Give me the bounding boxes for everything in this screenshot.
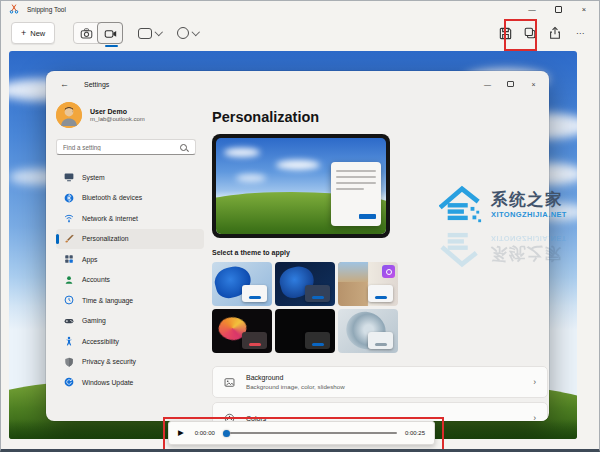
watermark: 系统之家 XITONGZHIJIA.NET 系统之家 XITONGZHIJIA.… xyxy=(439,184,600,269)
image-icon xyxy=(224,377,235,388)
theme-grid xyxy=(212,262,549,353)
theme-tile-abstract-dark xyxy=(212,309,272,353)
bluetooth-icon xyxy=(64,193,74,203)
theme-preview-screen xyxy=(216,138,386,234)
maximize-button[interactable] xyxy=(545,1,571,17)
sidebar-item-label: Accessibility xyxy=(82,338,119,345)
preview-dialog-button xyxy=(359,214,376,219)
wifi-icon xyxy=(64,213,74,223)
chevron-right-icon: › xyxy=(533,413,536,421)
share-icon xyxy=(548,26,562,40)
background-row: Background Background image, color, slid… xyxy=(212,366,548,398)
sidebar-item-label: System xyxy=(82,174,105,181)
sidebar-item-personalization: Personalization xyxy=(56,229,204,250)
settings-search-box xyxy=(56,139,196,155)
shape-mode-dropdown[interactable] xyxy=(138,28,162,39)
accessibility-icon xyxy=(64,336,74,346)
settings-title: Settings xyxy=(84,81,109,88)
sidebar-item-label: Time & language xyxy=(82,297,133,304)
row-subtitle: Background image, color, slideshow xyxy=(246,383,345,390)
close-button[interactable]: × xyxy=(571,1,597,17)
sidebar-item-accounts: Accounts xyxy=(56,270,204,291)
sidebar-item-label: Apps xyxy=(82,256,98,263)
chevron-down-icon xyxy=(192,28,200,36)
snipping-tool-window: Snipping Tool — × + New xyxy=(0,0,600,452)
sidebar-item-label: Privacy & security xyxy=(82,358,136,365)
sidebar-item-gaming: Gaming xyxy=(56,311,204,332)
video-camera-icon xyxy=(104,27,117,40)
theme-tile-flow-light xyxy=(338,309,398,353)
chevron-down-icon xyxy=(155,28,163,36)
sidebar-item-label: Personalization xyxy=(82,235,128,242)
sidebar-item-label: Network & internet xyxy=(82,215,138,222)
settings-close-button: × xyxy=(522,71,545,97)
timer-icon xyxy=(177,27,189,39)
theme-preview-monitor xyxy=(212,134,390,238)
settings-minimize-button: — xyxy=(476,71,499,97)
theme-tile-windows-dark xyxy=(275,262,335,306)
titlebar: Snipping Tool — × xyxy=(1,1,599,17)
more-icon: ⋯ xyxy=(576,29,584,38)
clock-icon xyxy=(64,295,74,305)
share-button[interactable] xyxy=(546,24,564,42)
update-icon xyxy=(64,377,74,387)
row-title: Background xyxy=(246,374,345,381)
settings-maximize-button xyxy=(499,71,522,97)
back-arrow-icon: ← xyxy=(60,79,69,89)
search-input xyxy=(57,143,180,152)
sidebar-item-time-language: Time & language xyxy=(56,290,204,311)
game-controller-icon xyxy=(64,316,74,326)
maximize-icon xyxy=(555,6,562,13)
watermark-logo-icon xyxy=(439,184,485,226)
sidebar-item-label: Bluetooth & devices xyxy=(82,194,142,201)
new-button[interactable]: + New xyxy=(11,22,55,44)
close-icon: × xyxy=(531,81,535,88)
watermark-reflection: 系统之家 XITONGZHIJIA.NET xyxy=(439,227,600,269)
snapshot-mode-button[interactable] xyxy=(74,23,98,43)
theme-tile-photo-collage xyxy=(338,262,398,306)
sidebar-item-privacy-security: Privacy & security xyxy=(56,352,204,373)
system-icon xyxy=(64,172,74,182)
sidebar-item-bluetooth-devices: Bluetooth & devices xyxy=(56,188,204,209)
user-email: m_lab@outlook.com xyxy=(90,116,145,122)
minimize-icon: — xyxy=(528,5,536,14)
camera-badge-icon xyxy=(382,265,395,278)
settings-nav: System Bluetooth & devices Network & int… xyxy=(56,167,208,393)
plus-icon: + xyxy=(21,29,26,38)
apps-icon xyxy=(64,254,74,264)
page-title: Personalization xyxy=(212,109,549,125)
more-options-button[interactable]: ⋯ xyxy=(571,24,589,42)
sidebar-item-windows-update: Windows Update xyxy=(56,372,204,393)
new-button-label: New xyxy=(30,29,45,38)
user-name: User Demo xyxy=(90,108,145,115)
accounts-icon xyxy=(64,275,74,285)
theme-tile-windows-light xyxy=(212,262,272,306)
sidebar-item-accessibility: Accessibility xyxy=(56,331,204,352)
sidebar-item-system: System xyxy=(56,167,204,188)
minimize-icon: — xyxy=(484,81,491,88)
user-card: User Demo m_lab@outlook.com xyxy=(56,102,208,128)
maximize-icon xyxy=(507,81,514,88)
minimize-button[interactable]: — xyxy=(519,1,545,17)
theme-tile-black xyxy=(275,309,335,353)
close-icon: × xyxy=(582,5,586,14)
delay-dropdown[interactable] xyxy=(177,27,199,39)
settings-sidebar: User Demo m_lab@outlook.com System xyxy=(46,97,208,421)
selected-mode-underline xyxy=(105,45,118,47)
personalization-icon xyxy=(64,234,74,244)
settings-titlebar: ← Settings — × xyxy=(46,71,549,97)
annotation-box-player xyxy=(163,417,444,452)
shield-icon xyxy=(64,357,74,367)
camera-icon xyxy=(80,27,93,40)
chevron-right-icon: › xyxy=(533,377,536,387)
sidebar-item-apps: Apps xyxy=(56,249,204,270)
capture-mode-group xyxy=(73,22,123,44)
avatar xyxy=(56,102,82,128)
preview-dialog xyxy=(331,162,381,226)
settings-rows: Background Background image, color, slid… xyxy=(212,366,548,421)
record-mode-button[interactable] xyxy=(97,22,123,44)
search-icon xyxy=(180,144,187,151)
rectangle-mode-icon xyxy=(138,28,152,39)
sidebar-item-label: Windows Update xyxy=(82,379,133,386)
watermark-cn-text: 系统之家 xyxy=(491,191,567,208)
